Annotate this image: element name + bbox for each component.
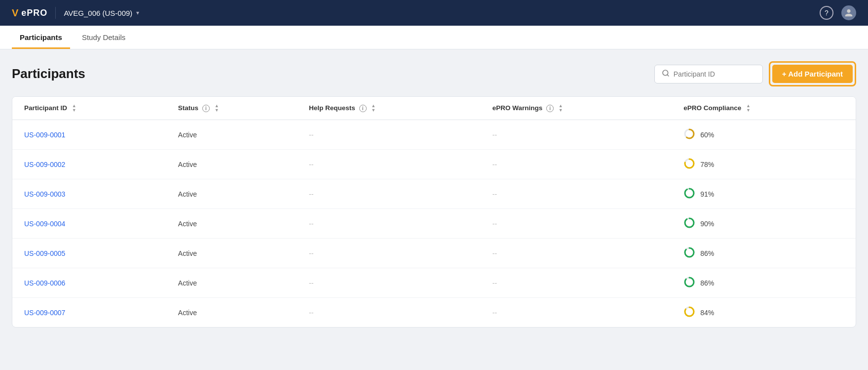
tab-bar: Participants Study Details [0,26,868,49]
help-icon[interactable]: ? [820,6,833,20]
col-participant-id[interactable]: Participant ID ▲▼ [12,97,166,120]
table-row: US-009-0004 Active -- -- 90% [12,209,856,239]
cell-help-requests: -- [297,209,481,239]
participant-link[interactable]: US-009-0002 [24,161,65,168]
compliance-ring-icon [683,306,695,319]
col-epro-warnings[interactable]: ePRO Warnings i ▲▼ [481,97,672,120]
cell-epro-compliance: 86% [672,239,856,268]
cell-help-requests: -- [297,120,481,150]
cell-participant-id: US-009-0006 [12,268,166,298]
participant-link[interactable]: US-009-0005 [24,249,65,257]
compliance-ring-icon [683,217,695,230]
col-epro-compliance[interactable]: ePRO Compliance ▲▼ [672,97,856,120]
participants-header: Participants + Add Participant [12,61,856,86]
svg-point-13 [685,278,694,287]
cell-help-requests: -- [297,150,481,179]
epro-warnings-info-icon[interactable]: i [546,105,554,112]
sort-icon: ▲▼ [371,104,376,113]
compliance-value: 78% [700,161,714,168]
participants-table-container: Participant ID ▲▼ Status i ▲▼ Help Reque… [12,96,856,328]
nav-right: ? [820,5,856,20]
study-name: AVEG_006 (US-009) [64,9,132,17]
compliance-value: 90% [700,220,714,228]
table-row: US-009-0006 Active -- -- 86% [12,268,856,298]
svg-point-11 [685,248,694,257]
col-help-requests[interactable]: Help Requests i ▲▼ [297,97,481,120]
table-row: US-009-0001 Active -- -- 60% [12,120,856,150]
add-participant-button[interactable]: + Add Participant [772,65,853,83]
chevron-down-icon: ▾ [136,9,139,16]
cell-epro-compliance: 90% [672,209,856,239]
study-selector[interactable]: AVEG_006 (US-009) ▾ [64,9,139,17]
col-status[interactable]: Status i ▲▼ [166,97,297,120]
header-actions: + Add Participant [654,61,856,86]
cell-participant-id: US-009-0004 [12,209,166,239]
cell-epro-warnings: -- [481,150,672,179]
cell-status: Active [166,150,297,179]
compliance-value: 86% [700,279,714,287]
sort-icon: ▲▼ [72,104,76,113]
participant-link[interactable]: US-009-0001 [24,131,65,139]
tab-study-details[interactable]: Study Details [74,27,133,49]
participant-link[interactable]: US-009-0007 [24,309,65,317]
tab-participants[interactable]: Participants [12,27,70,49]
compliance-ring-icon [683,276,695,289]
cell-epro-warnings: -- [481,268,672,298]
logo-v-icon: V [12,7,18,19]
compliance-value: 84% [700,309,714,317]
cell-epro-compliance: 60% [672,120,856,150]
sort-icon: ▲▼ [559,104,563,113]
participants-table: Participant ID ▲▼ Status i ▲▼ Help Reque… [12,97,856,327]
nav-left: V ePRO AVEG_006 (US-009) ▾ [12,7,139,19]
logo-text: ePRO [21,8,47,18]
compliance-value: 60% [700,131,714,139]
compliance-ring-icon [683,187,695,201]
participant-link[interactable]: US-009-0006 [24,279,65,287]
cell-status: Active [166,298,297,328]
compliance-ring-icon [683,247,695,260]
help-requests-info-icon[interactable]: i [359,105,367,112]
compliance-ring-icon [683,158,695,171]
table-row: US-009-0005 Active -- -- 86% [12,239,856,268]
cell-status: Active [166,239,297,268]
cell-status: Active [166,120,297,150]
cell-participant-id: US-009-0002 [12,150,166,179]
cell-status: Active [166,268,297,298]
cell-participant-id: US-009-0005 [12,239,166,268]
cell-epro-compliance: 86% [672,268,856,298]
cell-status: Active [166,209,297,239]
status-info-icon[interactable]: i [202,105,210,112]
cell-help-requests: -- [297,179,481,209]
logo: V ePRO [12,7,47,19]
table-row: US-009-0007 Active -- -- 84% [12,298,856,328]
compliance-value: 91% [700,190,714,198]
main-content: Participants + Add Participant [0,49,868,339]
table-header-row: Participant ID ▲▼ Status i ▲▼ Help Reque… [12,97,856,120]
cell-epro-warnings: -- [481,120,672,150]
cell-help-requests: -- [297,298,481,328]
search-box[interactable] [654,65,763,83]
table-row: US-009-0002 Active -- -- 78% [12,150,856,179]
compliance-value: 86% [700,249,714,257]
cell-epro-compliance: 91% [672,179,856,209]
page-title: Participants [12,66,85,82]
svg-point-7 [685,189,694,198]
cell-help-requests: -- [297,239,481,268]
cell-participant-id: US-009-0003 [12,179,166,209]
table-row: US-009-0003 Active -- -- 91% [12,179,856,209]
search-input[interactable] [674,70,755,78]
nav-divider [55,7,56,19]
sort-icon: ▲▼ [215,104,219,113]
top-navigation: V ePRO AVEG_006 (US-009) ▾ ? [0,0,868,26]
user-avatar[interactable] [841,5,856,20]
add-participant-button-wrapper: + Add Participant [769,61,856,86]
cell-epro-warnings: -- [481,239,672,268]
participant-link[interactable]: US-009-0003 [24,190,65,198]
cell-participant-id: US-009-0007 [12,298,166,328]
svg-point-9 [685,218,694,227]
participant-link[interactable]: US-009-0004 [24,220,65,228]
cell-epro-compliance: 84% [672,298,856,328]
compliance-ring-icon [683,128,695,141]
cell-epro-warnings: -- [481,209,672,239]
svg-line-1 [667,75,669,76]
